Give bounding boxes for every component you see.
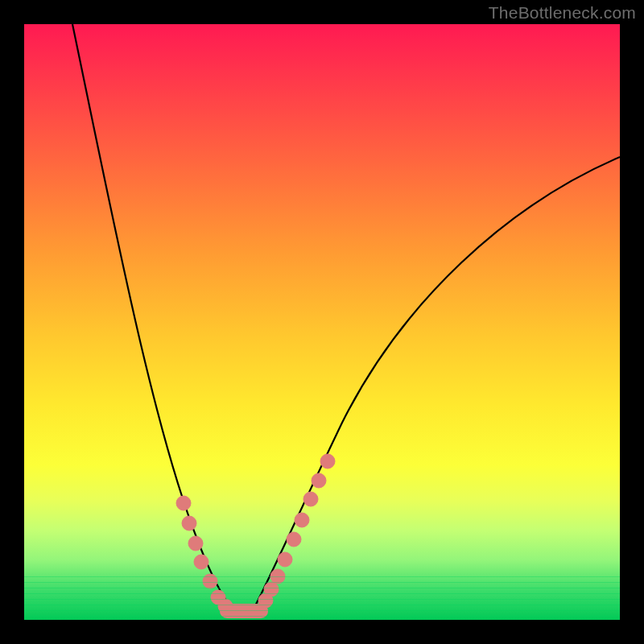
data-dot — [312, 473, 326, 488]
data-dot — [278, 552, 292, 567]
right-curve-dots — [258, 454, 335, 608]
left-curve-dots — [176, 496, 233, 613]
data-dot — [270, 569, 285, 584]
plot-area — [24, 24, 620, 620]
data-dot — [303, 492, 318, 506]
chart-stage: TheBottleneck.com — [0, 0, 644, 644]
right-curve — [252, 157, 620, 612]
data-dot — [188, 536, 203, 551]
left-curve — [72, 24, 235, 612]
watermark-text: TheBottleneck.com — [489, 3, 636, 23]
data-dot — [176, 496, 191, 510]
data-dot — [182, 516, 196, 530]
curve-layer — [24, 24, 620, 620]
data-dot — [218, 599, 233, 613]
data-dot — [320, 454, 335, 469]
data-dot — [287, 532, 301, 547]
data-dot — [194, 555, 208, 569]
data-dot — [203, 574, 217, 588]
data-dot — [295, 513, 309, 527]
data-dot — [264, 582, 279, 597]
